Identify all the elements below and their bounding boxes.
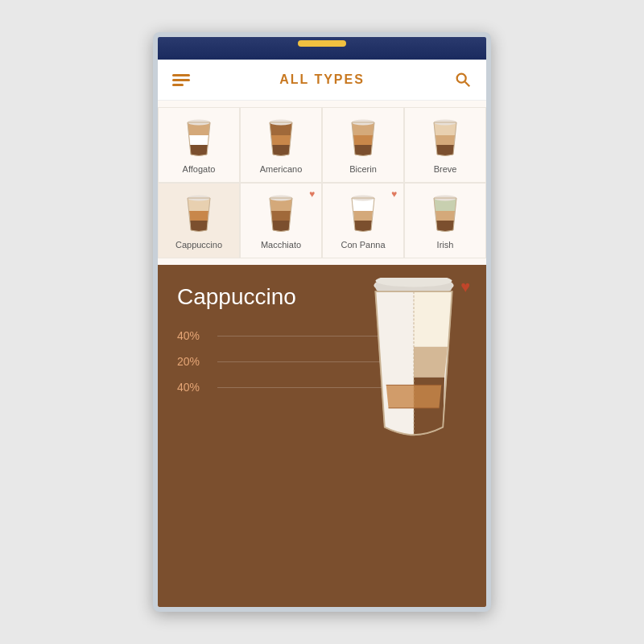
coffee-item-label: Breve [434,164,457,174]
device-top-bar [158,37,486,60]
coffee-item-label: Bicerin [349,164,377,174]
app-container: ALL TYPES AffogatoAmericanoBicerinBreveC… [158,60,486,607]
ingredient-percent: 40% [177,381,209,394]
device-frame: ALL TYPES AffogatoAmericanoBicerinBreveC… [153,32,491,612]
page-title: ALL TYPES [279,72,365,87]
detail-section: ♥ Cappuccino 40% milk foam 20% milk 40% … [158,265,486,607]
coffee-item-cappuccino[interactable]: Cappuccino [158,183,240,258]
ingredient-percent: 20% [177,355,209,368]
coffee-item-breve[interactable]: Breve [404,107,486,183]
coffee-item-label: Cappuccino [175,240,222,250]
big-cup-illustration [349,278,478,439]
coffee-item-affogato[interactable]: Affogato [158,107,240,183]
coffee-item-label: Irish [437,240,454,250]
coffee-item-label: Americano [260,164,303,174]
svg-line-1 [465,82,470,87]
ingredient-percent: 40% [177,329,209,342]
coffee-item-con-panna[interactable]: ♥Con Panna [322,183,404,258]
svg-point-0 [457,74,466,83]
coffee-grid: AffogatoAmericanoBicerinBreveCappuccino♥… [158,107,486,258]
coffee-item-label: Con Panna [341,240,385,250]
search-icon[interactable] [454,71,472,89]
coffee-item-bicerin[interactable]: Bicerin [322,107,404,183]
app-header: ALL TYPES [158,60,486,101]
coffee-item-label: Affogato [183,164,216,174]
coffee-item-irish[interactable]: Irish [404,183,486,258]
favorite-icon: ♥ [391,188,397,200]
coffee-item-label: Macchiato [261,240,301,250]
coffee-item-americano[interactable]: Americano [240,107,322,183]
favorite-icon: ♥ [309,188,315,200]
menu-icon[interactable] [172,74,190,86]
coffee-item-macchiato[interactable]: ♥Macchiato [240,183,322,258]
coffee-grid-section: AffogatoAmericanoBicerinBreveCappuccino♥… [158,101,486,265]
